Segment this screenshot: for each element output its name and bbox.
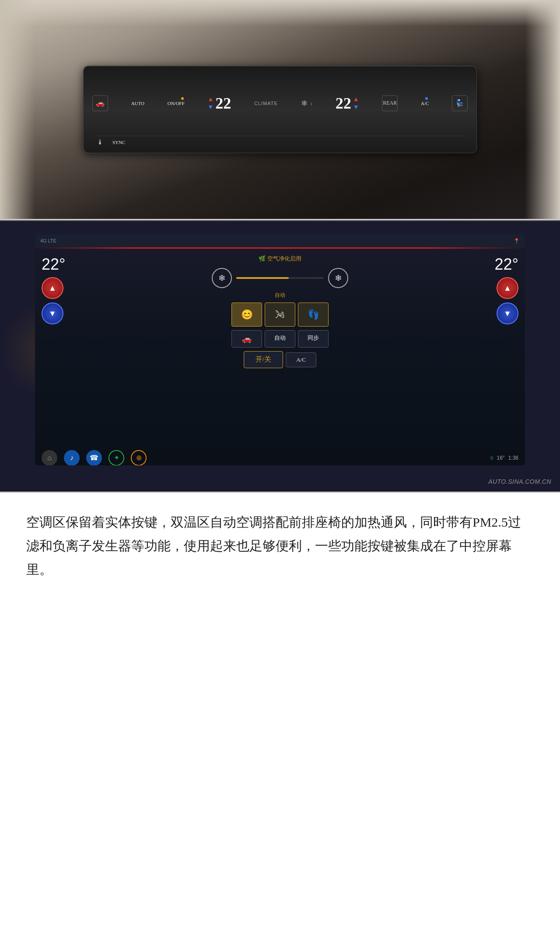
auto-mode-label: 自动: [94, 292, 466, 299]
status-row: 0 16° 1:36: [490, 454, 518, 461]
air-quality-text: 🌿 空气净化启用: [259, 255, 301, 263]
onoff-button[interactable]: ON/OFF: [168, 101, 185, 106]
screen-top-bar: 4G LTE 📍: [35, 234, 525, 247]
apps-button[interactable]: ⊕: [131, 450, 147, 466]
panel-top-row: 🚗 AUTO ON/OFF ▲ ▼ 22: [92, 70, 468, 136]
center-control-panel: 🌿 空气净化启用 ❄ ❄ 自动 😊 �: [92, 253, 468, 446]
fan-speed-row: ❄ ❄: [94, 268, 466, 288]
panel-bottom-row: 🌡 SYNC: [92, 136, 468, 148]
bottom-controls-row: 开/关 A/C: [94, 351, 466, 368]
article-body: 空调区保留着实体按键，双温区自动空调搭配前排座椅的加热通风，同时带有PM2.5过…: [26, 510, 534, 581]
left-temp-down-button[interactable]: ▼: [42, 303, 63, 324]
right-temp-down-button[interactable]: ▼: [497, 303, 518, 324]
right-temp-down[interactable]: ▼: [353, 104, 359, 111]
screen-bottom-row: ⌂ ♪ ☎ ✦ ⊕ 0 16° 1:36: [35, 450, 525, 465]
phone-button[interactable]: ☎: [86, 450, 102, 466]
top-photo-section: 🚗 AUTO ON/OFF ▲ ▼ 22: [0, 0, 560, 219]
fan-temp-group: ❄ ↕: [301, 99, 313, 108]
left-temp-up-button[interactable]: ▲: [42, 277, 63, 299]
watermark-text: AUTO.SINA.COM.CN: [488, 478, 551, 485]
temp-small-indicator: 16°: [497, 455, 504, 461]
article-section: 空调区保留着实体按键，双温区自动空调搭配前排座椅的加热通风，同时带有PM2.5过…: [0, 493, 560, 599]
screen-ui: 4G LTE 📍 22° ▲ ▼ 🌿 空气净化启用: [35, 234, 525, 465]
fan-speed-fill: [236, 277, 289, 279]
climate-button[interactable]: CLIMATE: [254, 101, 278, 106]
fan-arrows: ↕: [310, 101, 313, 106]
ac-label: A/C: [421, 101, 429, 106]
screen-auto-button[interactable]: 自动: [265, 330, 295, 348]
screen-onoff-button[interactable]: 开/关: [244, 351, 283, 368]
right-screen-temp: 22°: [495, 255, 518, 274]
location-icon: 📍: [514, 238, 520, 244]
fan-speed-slider[interactable]: [236, 277, 324, 279]
air-quality-bar: 🌿 空气净化启用: [94, 253, 466, 264]
home-button[interactable]: ⌂: [42, 450, 57, 466]
bottom-icons-row: ⌂ ♪ ☎ ✦ ⊕: [42, 450, 147, 466]
left-screen-temp: 22°: [42, 255, 65, 274]
car-vent-button[interactable]: 🚗: [92, 95, 108, 111]
seat-heat-icon-right: 💺: [452, 95, 468, 111]
climate-label: CLIMATE: [254, 101, 278, 106]
right-temp-panel: 22° ▲ ▼: [468, 253, 521, 446]
left-temp-down[interactable]: ▼: [208, 104, 214, 111]
nav-button[interactable]: ✦: [108, 450, 124, 466]
left-temp-display: ▲ ▼ 22: [208, 94, 231, 113]
watermark: AUTO.SINA.COM.CN: [488, 478, 551, 485]
circulation-button[interactable]: 🚗: [231, 330, 262, 348]
onoff-indicator-dot: [181, 97, 184, 100]
screen-main-area: 22° ▲ ▼ 🌿 空气净化启用 ❄: [35, 249, 525, 450]
auto-button[interactable]: AUTO: [131, 101, 144, 106]
seat-heat-icon-left: 🌡: [97, 138, 104, 146]
rear-icon: REAR: [382, 95, 398, 111]
ac-button[interactable]: A/C: [421, 101, 429, 106]
climate-panel-container: 🚗 AUTO ON/OFF ▲ ▼ 22: [0, 0, 560, 219]
zero-indicator: 0: [490, 454, 494, 461]
fan-center-icon: ❄: [301, 99, 308, 108]
left-temp-up[interactable]: ▲: [208, 96, 214, 103]
ac-indicator-dot: [425, 97, 428, 100]
onoff-label: ON/OFF: [168, 101, 185, 106]
left-temp-panel: 22° ▲ ▼: [39, 253, 92, 446]
left-temp-arrows: ▲ ▼: [208, 96, 214, 111]
right-temp-arrows: ▲ ▼: [353, 96, 359, 111]
signal-indicator: 4G LTE: [40, 238, 56, 243]
time-display: 1:36: [508, 455, 518, 461]
rear-defrost-button[interactable]: REAR: [382, 95, 398, 111]
music-button[interactable]: ♪: [64, 450, 80, 466]
sync-button[interactable]: 同步: [298, 330, 329, 348]
car-icon: 🚗: [92, 95, 108, 111]
screen-ac-button[interactable]: A/C: [286, 352, 316, 367]
sync-label[interactable]: SYNC: [112, 140, 125, 145]
auto-label: AUTO: [131, 101, 144, 106]
screen-bezel: 4G LTE 📍 22° ▲ ▼ 🌿 空气净化启用: [35, 234, 525, 465]
fan-increase-button[interactable]: ❄: [328, 268, 348, 288]
left-temp-value: 22: [215, 94, 231, 113]
vent-feet-button[interactable]: 👣: [298, 303, 329, 327]
rear-label: REAR: [383, 100, 397, 106]
vent-face-feet-button[interactable]: 🌬: [265, 303, 295, 327]
screen-mid-section: 🚗 自动 同步: [94, 330, 466, 348]
vent-mode-row: 😊 🌬 👣: [94, 303, 466, 327]
seat-heat-button-right[interactable]: 💺: [452, 95, 468, 111]
screen-photo-section: 4G LTE 📍 22° ▲ ▼ 🌿 空气净化启用: [0, 220, 560, 492]
right-temp-display: 22 ▲ ▼: [336, 94, 359, 113]
right-temp-up-button[interactable]: ▲: [497, 277, 518, 299]
fan-decrease-button[interactable]: ❄: [212, 268, 232, 288]
right-temp-up[interactable]: ▲: [353, 96, 359, 103]
right-temp-value: 22: [336, 94, 351, 113]
climate-control-panel: 🚗 AUTO ON/OFF ▲ ▼ 22: [83, 66, 477, 153]
vent-face-button[interactable]: 😊: [231, 303, 262, 327]
